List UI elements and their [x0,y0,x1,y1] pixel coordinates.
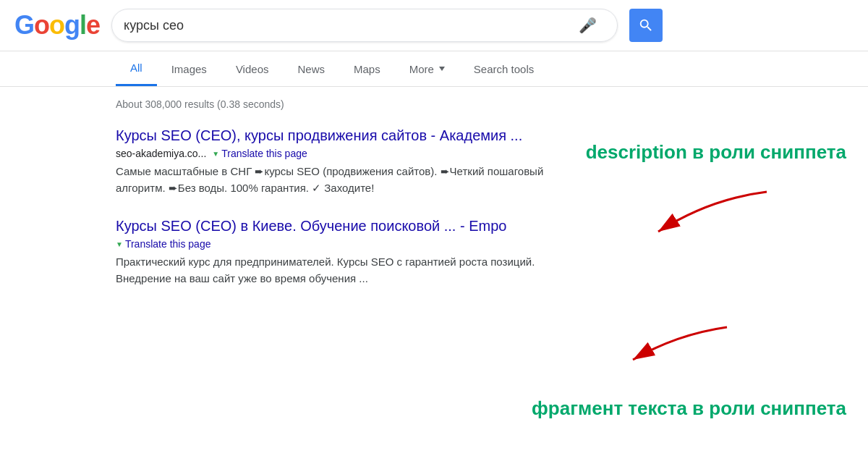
result-title-1[interactable]: Курсы SEO (CEO), курсы продвижения сайто… [116,126,752,145]
search-icon [638,17,654,33]
google-logo: Google [14,10,100,41]
nav-tabs: All Images Videos News Maps More Search … [0,51,868,87]
arrow-fragment [611,320,741,371]
result-url-row-1: seo-akademiya.co... ▼ Translate this pag… [116,148,752,159]
tab-more[interactable]: More [395,53,459,85]
translate-link-1[interactable]: ▼ Translate this page [212,148,307,159]
result-url-1: seo-akademiya.co... [116,148,206,159]
tab-all[interactable]: All [116,51,157,86]
result-item-2: Курсы SEO (CEO) в Киеве. Обучение поиско… [116,216,752,287]
search-bar: 🎤 [111,9,618,42]
translate-arrow-icon-2: ▼ [116,240,123,248]
header: Google 🎤 [0,0,868,51]
search-button[interactable] [629,9,663,42]
translate-arrow-icon-1: ▼ [212,150,219,158]
result-title-2[interactable]: Курсы SEO (CEO) в Киеве. Обучение поиско… [116,216,752,235]
tab-videos[interactable]: Videos [221,53,284,85]
translate-link-2[interactable]: ▼ Translate this page [116,238,210,250]
tab-images[interactable]: Images [157,53,221,85]
microphone-icon[interactable]: 🎤 [579,17,597,34]
search-input[interactable] [124,18,579,33]
results-count: About 308,000 results (0.38 seconds) [116,98,752,110]
results-area: About 308,000 results (0.38 seconds) Кур… [0,87,868,318]
result-url-row-2: ▼ Translate this page [116,238,752,250]
result-item-1: Курсы SEO (CEO), курсы продвижения сайто… [116,126,752,196]
annotation-fragment-label: фрагмент текста в роли сниппета [532,397,846,420]
result-description-1: Самые масштабные в СНГ ➨курсы SEO (продв… [116,164,586,196]
tab-news[interactable]: News [283,53,339,85]
tab-search-tools[interactable]: Search tools [459,53,548,85]
chevron-down-icon [439,67,445,71]
tab-maps[interactable]: Maps [339,53,395,85]
result-description-2: Практический курс для предпринимателей. … [116,254,586,287]
